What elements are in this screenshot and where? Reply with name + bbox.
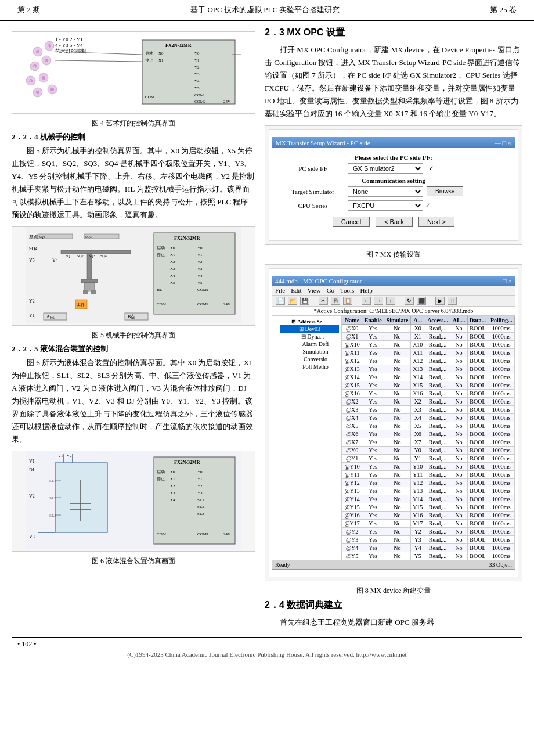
tree-item-address[interactable]: ⊞ Address Se xyxy=(275,318,339,325)
table-row[interactable]: @X0YesNoX0Read,...NoBOOL1000ms xyxy=(342,324,515,332)
sec224-text: 图 5 所示为机械手的控制仿真界面。其中，X0 为启动按钮，X5 为停止按钮，S… xyxy=(12,145,255,222)
tree-item-alarm[interactable]: Alarm Defi xyxy=(292,340,339,348)
menu-help[interactable]: Help xyxy=(360,287,372,294)
opc-win-btns[interactable]: — □ × xyxy=(495,278,512,285)
table-row[interactable]: @X14YesNoX14Read,...NoBOOL1000ms xyxy=(342,373,515,381)
opc-path-label: *Active Configuration: C:\MELSEC\MX OPC … xyxy=(314,308,474,314)
toolbar-refresh-icon[interactable]: ↻ xyxy=(405,297,414,305)
table-row[interactable]: @Y4YesNoY4Read,...NoBOOL1000ms xyxy=(342,543,515,552)
toolbar-forward-icon[interactable]: → xyxy=(374,297,383,305)
toolbar-paste-icon[interactable]: 📋 xyxy=(343,297,352,305)
dialog-back-btn[interactable]: < Back xyxy=(376,217,413,227)
table-row[interactable]: @Y11YesNoY11Read,...NoBOOL1000ms xyxy=(342,470,515,478)
table-cell: BOOL xyxy=(467,324,488,332)
table-row[interactable]: @Y14YesNoY14Read,...NoBOOL1000ms xyxy=(342,495,515,503)
table-row[interactable]: @Y10YesNoY10Read,...NoBOOL1000ms xyxy=(342,462,515,470)
table-cell: No xyxy=(384,535,411,543)
table-row[interactable]: @Y2YesNoY2Read,...NoBOOL1000ms xyxy=(342,527,515,535)
table-row[interactable]: @X1YesNoX1Read,...NoBOOL1000ms xyxy=(342,332,515,340)
table-row[interactable]: @Y5YesNoY5Read,...NoBOOL1000ms xyxy=(342,552,515,560)
table-row[interactable]: @Y3YesNoY3Read,...NoBOOL1000ms xyxy=(342,535,515,543)
table-cell: 1000ms xyxy=(488,332,515,340)
table-row[interactable]: @X5YesNoX5Read,...NoBOOL1000ms xyxy=(342,422,515,430)
toolbar-new-icon[interactable]: 📄 xyxy=(276,297,285,305)
table-cell: 1000ms xyxy=(488,413,515,422)
table-cell: BOOL xyxy=(467,552,488,560)
dialog-next-btn[interactable]: Next > xyxy=(418,217,454,227)
tree-item-dev03[interactable]: ⊞ Dev03 xyxy=(280,325,339,333)
dialog-browse-btn[interactable]: Browse xyxy=(427,186,463,196)
opc-configurator-window: 444.mdb - MX OPC Configurator — □ × File… xyxy=(272,276,515,570)
table-cell: No xyxy=(384,430,411,438)
svg-text:SL1: SL1 xyxy=(197,498,204,502)
menu-edit[interactable]: Edit xyxy=(291,287,301,294)
table-row[interactable]: @X6YesNoX6Read,...NoBOOL1000ms xyxy=(342,430,515,438)
table-cell: Read,... xyxy=(425,389,450,397)
table-row[interactable]: @X7YesNoX7Read,...NoBOOL1000ms xyxy=(342,438,515,446)
table-row[interactable]: @Y1YesNoY1Read,...NoBOOL1000ms xyxy=(342,454,515,462)
svg-point-14 xyxy=(42,76,45,80)
table-row[interactable]: @Y12YesNoY12Read,...NoBOOL1000ms xyxy=(342,478,515,487)
table-row[interactable]: @X12YesNoX12Read,...NoBOOL1000ms xyxy=(342,357,515,365)
toolbar-save-icon[interactable]: 💾 xyxy=(300,297,309,305)
menu-view[interactable]: View xyxy=(307,287,320,294)
statusbar-left: Ready xyxy=(275,561,290,568)
menu-file[interactable]: File xyxy=(275,287,285,294)
table-row[interactable]: @X16YesNoX16Read,...NoBOOL1000ms xyxy=(342,389,515,397)
toolbar-open-icon[interactable]: 📂 xyxy=(288,297,297,305)
tree-item-dyna[interactable]: ⊟ Dyna... xyxy=(286,333,339,340)
table-row[interactable]: @X15YesNoX15Read,...NoBOOL1000ms xyxy=(342,381,515,389)
svg-text:Y5: Y5 xyxy=(29,258,35,263)
sec23-text: 打开 MX OPC Configurator，新建 MX device，在 De… xyxy=(265,44,522,121)
table-cell: No xyxy=(384,373,411,381)
dialog-titlebar: MX Transfer Setup Wizard - PC side — □ × xyxy=(272,138,515,148)
dialog-target-label: Target Simulator xyxy=(278,188,348,195)
toolbar-cut-icon[interactable]: ✂ xyxy=(319,297,328,305)
svg-text:24V: 24V xyxy=(223,302,230,307)
table-cell: Read,... xyxy=(425,422,450,430)
toolbar-copy-icon[interactable]: ⎘ xyxy=(331,297,340,305)
tree-item-conversion[interactable]: Conversio xyxy=(292,355,339,363)
tree-item-poll[interactable]: Poll Metho xyxy=(292,363,339,370)
table-cell: No xyxy=(384,381,411,389)
table-cell: X3 xyxy=(410,405,425,413)
table-row[interactable]: @Y15YesNoY15Read,...NoBOOL1000ms xyxy=(342,503,515,511)
table-row[interactable]: @Y17YesNoY17Read,...NoBOOL1000ms xyxy=(342,519,515,527)
table-cell: BOOL xyxy=(467,422,488,430)
table-row[interactable]: @X13YesNoX13Read,...NoBOOL1000ms xyxy=(342,365,515,373)
table-cell: 1000ms xyxy=(488,495,515,503)
menu-go[interactable]: Go xyxy=(327,287,334,294)
dialog-cancel-btn[interactable]: Cancel xyxy=(333,217,370,227)
svg-text:X0: X0 xyxy=(170,246,175,250)
svg-text:Y4: Y4 xyxy=(194,79,200,84)
table-cell: No xyxy=(450,438,467,446)
dialog-target-select[interactable]: None xyxy=(348,186,423,197)
svg-text:停止: 停止 xyxy=(145,58,153,63)
svg-text:SQ3: SQ3 xyxy=(89,254,95,258)
dialog-pcside-select[interactable]: GX Simulator2 xyxy=(348,163,423,174)
table-cell: X5 xyxy=(410,422,425,430)
toolbar-stop-icon[interactable]: ⬛ xyxy=(417,297,426,305)
svg-text:V2: V2 xyxy=(67,453,72,458)
menu-tools[interactable]: Tools xyxy=(340,287,354,294)
table-row[interactable]: @Y16YesNoY16Read,...NoBOOL1000ms xyxy=(342,511,515,519)
table-row[interactable]: @X3YesNoX3Read,...NoBOOL1000ms xyxy=(342,405,515,413)
svg-text:工件: 工件 xyxy=(77,303,85,307)
toolbar-pause-icon[interactable]: ⏸ xyxy=(448,297,457,305)
table-cell: 1000ms xyxy=(488,462,515,470)
table-cell: No xyxy=(450,413,467,422)
table-row[interactable]: @X10YesNoX10Read,...NoBOOL1000ms xyxy=(342,340,515,348)
table-cell: X7 xyxy=(410,438,425,446)
toolbar-play-icon[interactable]: ▶ xyxy=(435,297,445,305)
table-row[interactable]: @Y13YesNoY13Read,...NoBOOL1000ms xyxy=(342,487,515,495)
table-row[interactable]: @Y0YesNoY0Read,...NoBOOL1000ms xyxy=(342,446,515,454)
toolbar-back-icon[interactable]: ← xyxy=(362,297,371,305)
tree-item-simulation[interactable]: Simulation xyxy=(292,348,339,355)
table-row[interactable]: @X11YesNoX11Read,...NoBOOL1000ms xyxy=(342,348,515,357)
table-row[interactable]: @X4YesNoX4Read,...NoBOOL1000ms xyxy=(342,413,515,422)
toolbar-up-icon[interactable]: ↑ xyxy=(386,297,395,305)
table-cell: @Y10 xyxy=(342,462,362,470)
col-simulate: Simulate xyxy=(384,316,411,324)
dialog-cpu-select[interactable]: FXCPU xyxy=(348,200,423,211)
table-row[interactable]: @X2YesNoX2Read,...NoBOOL1000ms xyxy=(342,397,515,405)
